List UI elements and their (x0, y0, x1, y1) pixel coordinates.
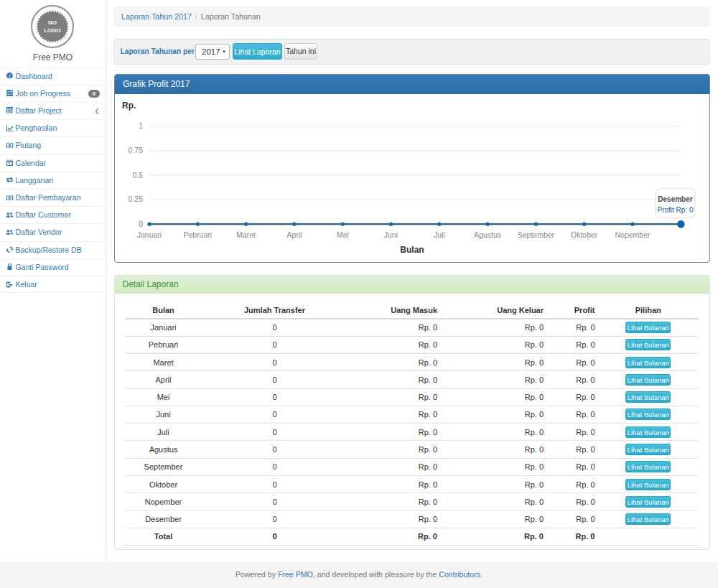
svg-text:Juli: Juli (433, 230, 444, 238)
svg-text:Nopember: Nopember (615, 230, 651, 238)
svg-text:Mei: Mei (336, 230, 348, 238)
svg-text:0.75: 0.75 (128, 146, 143, 154)
svg-text:Pebruari: Pebruari (183, 230, 212, 238)
svg-text:0: 0 (139, 219, 143, 228)
svg-text:Maret: Maret (236, 230, 256, 238)
svg-text:September: September (517, 230, 554, 238)
svg-text:Bulan: Bulan (400, 245, 424, 255)
svg-text:LOGO: LOGO (44, 27, 61, 34)
svg-text:Desember: Desember (658, 195, 692, 203)
svg-text:0.25: 0.25 (128, 195, 143, 203)
svg-text:Januari: Januari (136, 230, 161, 238)
svg-text:NO: NO (48, 19, 57, 26)
svg-text:Profit Rp: 0: Profit Rp: 0 (657, 205, 693, 213)
svg-text:Juni: Juni (383, 230, 397, 238)
svg-text:0.5: 0.5 (132, 170, 143, 179)
svg-text:Agustus: Agustus (474, 230, 501, 238)
svg-text:April: April (286, 230, 302, 238)
svg-text:Oktober: Oktober (571, 230, 598, 238)
svg-text:1: 1 (139, 121, 143, 130)
